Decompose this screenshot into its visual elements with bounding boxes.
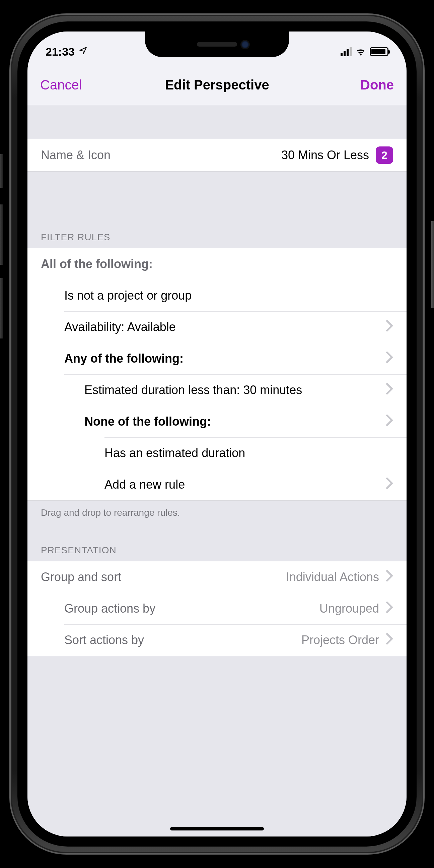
chevron-right-icon [386, 570, 393, 585]
done-button[interactable]: Done [360, 78, 394, 93]
chevron-right-icon [386, 320, 393, 335]
screen: 21:33 Cancel [28, 31, 406, 837]
filter-rules-header: FILTER RULES [28, 225, 406, 248]
filter-rule-not-project[interactable]: Is not a project or group [28, 280, 406, 311]
perspective-icon-badge: 2 [376, 147, 393, 164]
notch [145, 31, 289, 57]
battery-icon [370, 47, 389, 56]
front-camera [241, 41, 249, 48]
filter-root-label: All of the following: [41, 257, 393, 271]
home-indicator[interactable] [170, 827, 264, 831]
filter-rule-any[interactable]: Any of the following: [28, 343, 406, 374]
filter-rule-none[interactable]: None of the following: [28, 406, 406, 437]
filter-rules-footer: Drag and drop to rearrange rules. [28, 501, 406, 528]
chevron-right-icon [386, 633, 393, 648]
row-label: Group and sort [41, 570, 286, 584]
chevron-right-icon [386, 414, 393, 429]
nav-bar: Cancel Edit Perspective Done [28, 65, 406, 105]
location-icon [79, 46, 88, 57]
name-icon-row[interactable]: Name & Icon 30 Mins Or Less 2 [28, 139, 406, 171]
cellular-icon [341, 47, 352, 56]
filter-rule-has-duration[interactable]: Has an estimated duration [28, 437, 406, 469]
filter-rule-availability[interactable]: Availability: Available [28, 311, 406, 343]
row-value: Projects Order [301, 633, 379, 647]
add-rule-label: Add a new rule [104, 477, 386, 492]
name-icon-label: Name & Icon [41, 148, 281, 162]
phone-mockup: 21:33 Cancel [0, 0, 434, 868]
filter-rule-label: None of the following: [85, 414, 386, 429]
mute-switch [0, 154, 3, 188]
volume-down-button [0, 278, 3, 339]
phone-frame: 21:33 Cancel [9, 13, 425, 855]
chevron-right-icon [386, 383, 393, 398]
nav-title: Edit Perspective [28, 78, 406, 93]
perspective-name: 30 Mins Or Less [281, 148, 369, 162]
row-value: Ungrouped [320, 601, 379, 616]
filter-root-rule[interactable]: All of the following: [28, 248, 406, 280]
chevron-right-icon [386, 477, 393, 492]
filter-rule-label: Has an estimated duration [104, 446, 393, 460]
earpiece [197, 42, 237, 46]
row-label: Sort actions by [64, 633, 301, 647]
filter-rule-label: Any of the following: [64, 351, 386, 366]
filter-rule-duration-lt[interactable]: Estimated duration less than: 30 minutes [28, 374, 406, 406]
wifi-icon [355, 46, 366, 57]
presentation-header: PRESENTATION [28, 528, 406, 561]
filter-rule-label: Estimated duration less than: 30 minutes [85, 383, 316, 397]
group-and-sort-row[interactable]: Group and sort Individual Actions [28, 561, 406, 593]
cancel-button[interactable]: Cancel [40, 78, 82, 93]
filter-rule-label: Availability: Available [64, 320, 386, 334]
row-value: Individual Actions [286, 570, 379, 584]
content[interactable]: Name & Icon 30 Mins Or Less 2 FILTER RUL… [28, 105, 406, 837]
sort-actions-by-row[interactable]: Sort actions by Projects Order [28, 624, 406, 656]
volume-up-button [0, 205, 3, 265]
row-label: Group actions by [64, 601, 320, 616]
filter-rule-label: Is not a project or group [64, 288, 393, 303]
status-time: 21:33 [45, 45, 75, 58]
power-button [431, 221, 434, 308]
chevron-right-icon [386, 601, 393, 616]
group-actions-by-row[interactable]: Group actions by Ungrouped [28, 593, 406, 624]
add-rule-row[interactable]: Add a new rule [28, 469, 406, 500]
chevron-right-icon [386, 351, 393, 366]
